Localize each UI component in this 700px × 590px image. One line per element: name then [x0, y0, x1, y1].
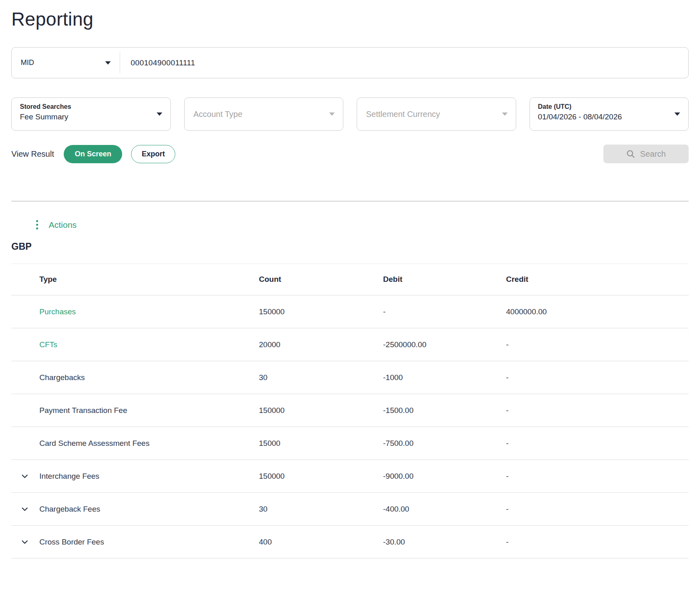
row-count: 150000 — [259, 472, 383, 481]
row-type-link[interactable]: CFTs — [39, 340, 57, 349]
table-row: Chargeback Fees30-400.00- — [11, 493, 689, 526]
reporting-page: Reporting MID 000104900011111 Stored Sea… — [0, 8, 700, 559]
row-type-label: Card Scheme Assessment Fees — [39, 439, 149, 447]
view-result-row: View Result On Screen Export Search — [11, 145, 689, 163]
row-credit: - — [506, 472, 689, 481]
filter-row: Stored Searches Fee Summary Account Type… — [11, 97, 689, 131]
row-debit: -1500.00 — [383, 406, 506, 415]
row-type-cell: Payment Transaction Fee — [11, 406, 259, 415]
expand-chevron-icon[interactable] — [22, 507, 28, 511]
mid-filter-bar: MID 000104900011111 — [11, 47, 689, 78]
row-type-label: Payment Transaction Fee — [39, 406, 127, 415]
row-count: 400 — [259, 538, 383, 547]
row-count: 150000 — [259, 307, 383, 316]
row-type-label: Interchange Fees — [39, 472, 99, 480]
row-count: 30 — [259, 373, 383, 382]
search-placeholder: Search — [640, 149, 666, 159]
currency-heading: GBP — [11, 241, 689, 252]
table-row: Payment Transaction Fee150000-1500.00- — [11, 394, 689, 427]
row-credit: 4000000.00 — [506, 307, 689, 316]
row-type-cell: Cross Border Fees — [11, 538, 259, 547]
row-debit: - — [383, 307, 506, 316]
row-type-cell: Interchange Fees — [11, 472, 259, 481]
row-type-label: Chargebacks — [39, 373, 85, 382]
row-debit: -2500000.00 — [383, 340, 506, 349]
chevron-down-icon — [157, 112, 162, 116]
account-type-select[interactable]: Account Type — [184, 97, 344, 131]
row-credit: - — [506, 373, 689, 382]
row-debit: -30.00 — [383, 538, 506, 547]
table-row: Interchange Fees150000-9000.00- — [11, 460, 689, 493]
export-button[interactable]: Export — [131, 145, 175, 163]
table-header-row: Type Count Debit Credit — [11, 264, 689, 296]
row-type-label: Chargeback Fees — [39, 505, 100, 513]
row-type-link[interactable]: Purchases — [39, 307, 76, 316]
stored-searches-label: Stored Searches — [20, 103, 162, 110]
table-row: Card Scheme Assessment Fees15000-7500.00… — [11, 427, 689, 460]
mid-type-select[interactable]: MID — [12, 48, 120, 78]
expand-chevron-icon[interactable] — [22, 540, 28, 544]
stored-searches-select[interactable]: Stored Searches Fee Summary — [11, 97, 171, 131]
row-count: 15000 — [259, 439, 383, 448]
row-type-cell: Chargebacks — [11, 373, 259, 382]
on-screen-button[interactable]: On Screen — [64, 145, 122, 163]
row-count: 150000 — [259, 406, 383, 415]
table-row: Purchases150000-4000000.00 — [11, 296, 689, 328]
stored-searches-value: Fee Summary — [20, 112, 162, 121]
column-header-type: Type — [11, 275, 259, 284]
table-body: Purchases150000-4000000.00CFTs20000-2500… — [11, 296, 689, 559]
fee-summary-table: Type Count Debit Credit Purchases150000-… — [11, 264, 689, 559]
row-type-cell: Card Scheme Assessment Fees — [11, 439, 259, 448]
account-type-placeholder: Account Type — [194, 110, 243, 119]
row-credit: - — [506, 439, 689, 448]
row-count: 20000 — [259, 340, 383, 349]
kebab-menu-icon[interactable] — [34, 219, 41, 231]
actions-button[interactable]: Actions — [49, 220, 77, 230]
settlement-currency-placeholder: Settlement Currency — [366, 110, 440, 119]
column-header-count: Count — [259, 275, 383, 284]
row-debit: -7500.00 — [383, 439, 506, 448]
chevron-down-icon — [674, 112, 680, 116]
row-type-cell: CFTs — [11, 340, 259, 349]
row-credit: - — [506, 538, 689, 547]
chevron-down-icon — [329, 112, 335, 116]
search-icon — [626, 149, 635, 158]
row-count: 30 — [259, 505, 383, 514]
chevron-down-icon — [105, 61, 111, 65]
table-row: Chargebacks30-1000- — [11, 361, 689, 394]
mid-value-input[interactable]: 000104900011111 — [120, 48, 688, 78]
section-divider — [11, 201, 689, 202]
row-type-cell: Chargeback Fees — [11, 505, 259, 514]
row-credit: - — [506, 406, 689, 415]
row-type-label: Cross Border Fees — [39, 538, 104, 546]
table-row: CFTs20000-2500000.00- — [11, 328, 689, 361]
table-row: Cross Border Fees400-30.00- — [11, 526, 689, 559]
mid-select-label: MID — [21, 58, 34, 67]
expand-chevron-icon[interactable] — [22, 474, 28, 478]
date-range-select[interactable]: Date (UTC) 01/04/2026 - 08/04/2026 — [530, 97, 689, 131]
row-debit: -9000.00 — [383, 472, 506, 481]
row-debit: -1000 — [383, 373, 506, 382]
date-value: 01/04/2026 - 08/04/2026 — [538, 112, 681, 121]
column-header-credit: Credit — [506, 275, 689, 284]
view-result-label: View Result — [11, 149, 54, 159]
chevron-down-icon — [502, 112, 508, 116]
settlement-currency-select[interactable]: Settlement Currency — [357, 97, 516, 131]
date-label: Date (UTC) — [538, 103, 681, 110]
search-input[interactable]: Search — [603, 145, 689, 163]
row-type-cell: Purchases — [11, 307, 259, 316]
actions-row: Actions — [11, 219, 689, 231]
column-header-debit: Debit — [383, 275, 506, 284]
page-title: Reporting — [11, 8, 689, 30]
row-debit: -400.00 — [383, 505, 506, 514]
row-credit: - — [506, 340, 689, 349]
row-credit: - — [506, 505, 689, 514]
